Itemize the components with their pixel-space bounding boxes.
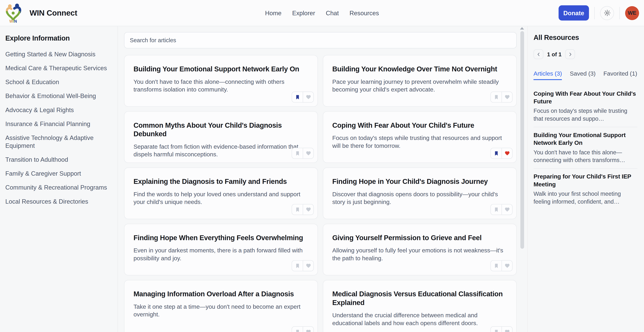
bookmark-button[interactable] bbox=[292, 326, 303, 332]
all-resources-panel: All Resources 1 of 1 Articles (3) Saved … bbox=[527, 26, 644, 332]
scrollbar-thumb[interactable] bbox=[520, 31, 524, 249]
resource-list-item[interactable]: Building Your Emotional Support Network … bbox=[534, 127, 638, 169]
tab-saved[interactable]: Saved (3) bbox=[570, 70, 596, 80]
sidebar-item-behavior-wellbeing[interactable]: Behavior & Emotional Well-Being bbox=[5, 92, 109, 100]
heart-icon bbox=[504, 94, 510, 100]
panel-title: All Resources bbox=[534, 34, 638, 42]
bookmark-icon bbox=[295, 207, 300, 212]
card-actions bbox=[490, 91, 512, 103]
prev-page-button[interactable] bbox=[534, 49, 544, 59]
bookmark-button[interactable] bbox=[490, 260, 502, 271]
theme-toggle-button[interactable] bbox=[600, 6, 614, 20]
card-actions bbox=[490, 326, 512, 332]
resource-list-item[interactable]: Coping With Fear About Your Child's Futu… bbox=[534, 86, 638, 127]
app-header: WIN WIN Connect Home Explorer Chat Resou… bbox=[0, 0, 644, 26]
tab-articles[interactable]: Articles (3) bbox=[534, 70, 562, 80]
tab-favorited[interactable]: Favorited (1) bbox=[604, 70, 637, 80]
card-actions bbox=[292, 260, 314, 271]
bookmark-icon bbox=[494, 207, 499, 212]
sidebar-item-family-caregiver[interactable]: Family & Caregiver Support bbox=[5, 169, 109, 177]
resource-item-title: Building Your Emotional Support Network … bbox=[534, 131, 638, 147]
bookmark-icon bbox=[295, 329, 300, 332]
bookmark-button[interactable] bbox=[490, 204, 502, 215]
resource-tabs: Articles (3) Saved (3) Favorited (1) bbox=[534, 70, 638, 80]
sidebar-title: Explore Information bbox=[5, 34, 109, 43]
nav-chat[interactable]: Chat bbox=[326, 9, 339, 16]
resource-item-title: Coping With Fear About Your Child's Futu… bbox=[534, 90, 638, 105]
article-card[interactable]: Building Your Emotional Support Network … bbox=[124, 55, 318, 107]
sidebar-item-insurance-financial[interactable]: Insurance & Financial Planning bbox=[5, 120, 109, 128]
page-indicator: 1 of 1 bbox=[547, 51, 562, 57]
article-card[interactable]: Common Myths About Your Child's Diagnosi… bbox=[124, 111, 318, 163]
article-description: Find the words to help your loved ones u… bbox=[134, 190, 310, 206]
article-card[interactable]: Building Your Knowledge Over Time Not Ov… bbox=[323, 55, 517, 107]
favorite-button[interactable] bbox=[303, 148, 314, 159]
article-description: Discover that diagnosis opens doors to p… bbox=[332, 190, 509, 206]
favorite-button[interactable] bbox=[502, 148, 512, 159]
heart-icon bbox=[306, 94, 311, 100]
sidebar-item-medical-care[interactable]: Medical Care & Therapeutic Services bbox=[5, 64, 109, 72]
article-title: Building Your Knowledge Over Time Not Ov… bbox=[332, 65, 509, 73]
sidebar-item-transition-adulthood[interactable]: Transition to Adulthood bbox=[5, 156, 109, 163]
article-description: You don't have to face this alone—connec… bbox=[134, 78, 310, 93]
next-page-button[interactable] bbox=[565, 49, 575, 59]
sidebar-item-getting-started[interactable]: Getting Started & New Diagnosis bbox=[5, 50, 109, 58]
favorite-button[interactable] bbox=[502, 204, 512, 215]
main-nav: Home Explorer Chat Resources bbox=[265, 9, 379, 16]
favorite-button[interactable] bbox=[502, 326, 512, 332]
resource-list-item[interactable]: Preparing for Your Child's First IEP Mee… bbox=[534, 169, 638, 210]
article-title: Finding Hope When Everything Feels Overw… bbox=[134, 234, 310, 242]
favorite-button[interactable] bbox=[303, 326, 314, 332]
article-card[interactable]: Explaining the Diagnosis to Family and F… bbox=[124, 167, 318, 219]
favorite-button[interactable] bbox=[502, 91, 512, 103]
sidebar-item-school-education[interactable]: School & Education bbox=[5, 78, 109, 86]
search-input[interactable] bbox=[124, 32, 517, 48]
sidebar-item-advocacy-legal[interactable]: Advocacy & Legal Rights bbox=[5, 106, 109, 114]
sidebar-item-local-resources[interactable]: Local Resources & Directories bbox=[5, 197, 109, 205]
bookmark-button[interactable] bbox=[292, 204, 303, 215]
donate-button[interactable]: Donate bbox=[559, 5, 589, 21]
nav-resources[interactable]: Resources bbox=[350, 9, 379, 16]
sidebar-item-community-recreational[interactable]: Community & Recreational Programs bbox=[5, 184, 109, 191]
article-description: Pace your learning journey to prevent ov… bbox=[332, 78, 509, 93]
favorite-button[interactable] bbox=[303, 91, 314, 103]
bookmark-button[interactable] bbox=[490, 91, 502, 103]
article-card[interactable]: Giving Yourself Permission to Grieve and… bbox=[323, 224, 517, 276]
bookmark-icon bbox=[494, 94, 499, 100]
article-card[interactable]: Finding Hope When Everything Feels Overw… bbox=[124, 224, 318, 276]
card-actions bbox=[490, 260, 512, 271]
bookmark-button[interactable] bbox=[490, 148, 502, 159]
sidebar-list: Getting Started & New Diagnosis Medical … bbox=[5, 50, 109, 205]
app-title: WIN Connect bbox=[30, 8, 77, 17]
article-card[interactable]: Coping With Fear About Your Child's Futu… bbox=[323, 111, 517, 163]
heart-icon bbox=[504, 207, 510, 212]
resource-item-title: Preparing for Your Child's First IEP Mee… bbox=[534, 173, 638, 188]
scroll-up-arrow-icon[interactable] bbox=[520, 27, 524, 30]
user-avatar[interactable]: WE bbox=[625, 6, 639, 20]
article-card[interactable]: Medical Diagnosis Versus Educational Cla… bbox=[323, 280, 517, 332]
card-actions bbox=[292, 204, 314, 215]
favorite-button[interactable] bbox=[303, 204, 314, 215]
resource-list: Coping With Fear About Your Child's Futu… bbox=[534, 86, 638, 210]
card-actions bbox=[490, 148, 512, 159]
nav-explorer[interactable]: Explorer bbox=[292, 9, 315, 16]
article-title: Medical Diagnosis Versus Educational Cla… bbox=[332, 290, 509, 307]
avatar-initials: WE bbox=[628, 10, 636, 16]
article-description: Separate fact from fiction with evidence… bbox=[134, 143, 310, 158]
card-actions bbox=[292, 148, 314, 159]
bookmark-button[interactable] bbox=[292, 148, 303, 159]
main-scrollbar[interactable] bbox=[520, 27, 524, 331]
favorite-button[interactable] bbox=[303, 260, 314, 271]
bookmark-button[interactable] bbox=[490, 326, 502, 332]
article-card[interactable]: Finding Hope in Your Child's Diagnosis J… bbox=[323, 167, 517, 219]
pagination: 1 of 1 bbox=[534, 49, 638, 59]
sidebar-item-assistive-technology[interactable]: Assistive Technology & Adaptive Equipmen… bbox=[5, 134, 109, 149]
nav-home[interactable]: Home bbox=[265, 9, 282, 16]
favorite-button[interactable] bbox=[502, 260, 512, 271]
article-card[interactable]: Managing Information Overload After a Di… bbox=[124, 280, 318, 332]
bookmark-button[interactable] bbox=[292, 91, 303, 103]
bookmark-button[interactable] bbox=[292, 260, 303, 271]
card-actions bbox=[292, 326, 314, 332]
resource-item-description: Focus on today's steps while trusting th… bbox=[534, 107, 638, 123]
bookmark-icon bbox=[494, 263, 499, 269]
